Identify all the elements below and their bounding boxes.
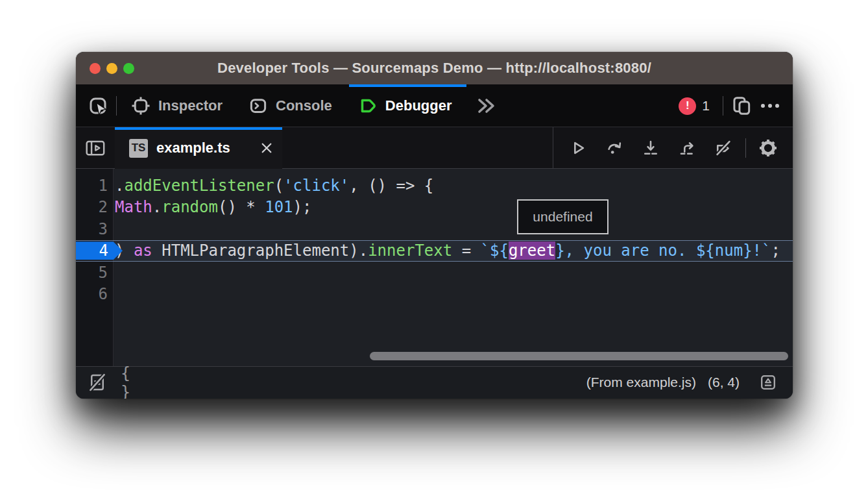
deactivate-breakpoints-icon [714,139,732,157]
pretty-print-icon: { } [121,364,147,399]
tab-inspector-label: Inspector [158,97,223,114]
code-text: .addEventListener('click', () => { [114,177,433,195]
responsive-design-icon [731,95,752,116]
sources-panel-toggle-icon [85,139,106,157]
line-number[interactable]: 5 [76,264,114,282]
variable-preview-tooltip: undefined [517,199,609,234]
code-line[interactable]: 2Math.random() * 101); [76,197,793,219]
meatball-menu-button[interactable] [756,90,784,121]
code-line[interactable]: 6 [76,284,793,306]
tab-debugger[interactable]: Debugger [348,84,468,127]
settings-separator [745,138,746,158]
step-out-button[interactable] [669,132,705,164]
tab-row-spacer [282,127,553,169]
code-text: ) as HTMLParagraphElement).innerText = `… [114,242,780,260]
typescript-file-icon: TS [129,139,148,158]
sources-panel-toggle-button[interactable] [76,127,115,169]
inspector-icon [131,96,151,116]
toolbar-right-group: ! 1 [679,84,784,127]
variable-preview-value: undefined [533,209,592,225]
more-tabs-button[interactable] [468,84,503,127]
paused-line-marker[interactable]: 4 [76,242,123,260]
horizontal-scrollbar-thumb[interactable] [370,352,788,360]
pretty-print-button[interactable]: { } [121,369,147,395]
deactivate-breakpoints-button[interactable] [705,132,741,164]
step-in-icon [642,139,660,157]
blackbox-source-button[interactable] [84,369,110,395]
error-badge[interactable]: ! [679,97,696,115]
expand-panel-button[interactable] [755,369,781,395]
debugger-settings-button[interactable] [750,132,786,164]
console-icon [248,96,268,116]
line-number[interactable]: 2 [76,198,114,216]
tab-console-label: Console [276,97,332,114]
title-bar: Developer Tools — Sourcemaps Demo — http… [76,52,793,84]
error-count: 1 [702,98,710,114]
code-text: Math.random() * 101); [114,198,311,216]
zoom-window-button[interactable] [123,63,134,74]
code-line[interactable]: 4) as HTMLParagraphElement).innerText = … [76,240,793,262]
expand-panel-icon [759,373,777,391]
selected-token: greet [509,242,555,260]
tab-inspector[interactable]: Inspector [121,84,238,127]
code-editor[interactable]: 1.addEventListener('click', () => {2Math… [76,169,793,366]
resume-icon [569,139,587,157]
element-picker-icon [88,96,108,116]
resume-button[interactable] [560,132,596,164]
source-tab-example-ts[interactable]: TS example.ts [115,127,282,169]
close-tab-icon[interactable] [261,143,272,153]
step-over-icon [605,139,623,157]
meatball-menu-icon [760,103,780,109]
devtools-toolbar: Inspector Console Debugger ! 1 [76,84,793,127]
minimize-window-button[interactable] [106,63,117,74]
error-badge-glyph: ! [686,99,690,112]
cursor-position: (6, 4) [708,375,740,390]
code-line[interactable]: 1.addEventListener('click', () => { [76,175,793,197]
status-bar: { } (From example.js) (6, 4) [76,366,793,399]
code-line[interactable]: 5 [76,262,793,284]
line-number[interactable]: 3 [76,220,114,238]
step-in-button[interactable] [633,132,669,164]
devtools-window: Developer Tools — Sourcemaps Demo — http… [76,52,793,399]
line-number[interactable]: 1 [76,177,114,195]
window-title: Developer Tools — Sourcemaps Demo — http… [217,60,651,77]
blackbox-source-icon [88,373,107,392]
element-picker-button[interactable] [84,90,112,121]
more-tabs-chevron-icon [474,97,496,114]
mapped-source-note: (From example.js) [586,375,696,390]
tab-console[interactable]: Console [238,84,348,127]
source-tab-row: TS example.ts [76,127,793,169]
traffic-lights [90,52,134,84]
line-number[interactable]: 6 [76,285,114,303]
code-lines: 1.addEventListener('click', () => {2Math… [76,169,793,305]
tab-debugger-label: Debugger [385,97,452,114]
toolbar-separator [116,96,117,116]
source-tab-label: example.ts [156,140,253,156]
code-line[interactable]: 3 [76,218,793,240]
debugger-commands [553,127,793,169]
toolbar-separator [723,96,723,116]
step-out-icon [678,139,696,157]
debugger-icon [358,96,378,116]
settings-gear-icon [758,138,778,158]
step-over-button[interactable] [596,132,633,164]
responsive-design-button[interactable] [727,90,756,121]
close-window-button[interactable] [90,63,101,74]
